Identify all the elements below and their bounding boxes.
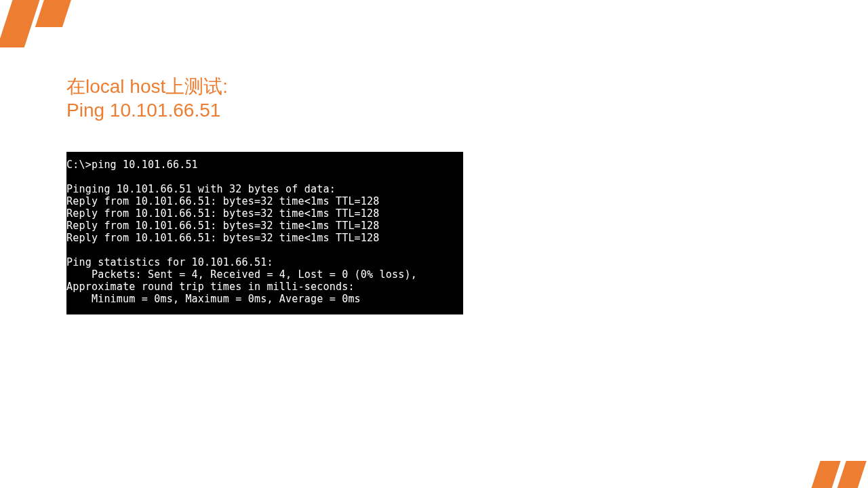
decorative-shape-top-left-small	[35, 0, 73, 27]
decorative-shape-bottom-right-large	[800, 461, 840, 488]
slide-title: 在local host上测试: Ping 10.101.66.51	[66, 75, 228, 122]
terminal-output: C:\>ping 10.101.66.51 Pinging 10.101.66.…	[66, 152, 463, 314]
slide-title-line-2: Ping 10.101.66.51	[66, 98, 228, 122]
slide-title-line-1: 在local host上测试:	[66, 75, 228, 98]
